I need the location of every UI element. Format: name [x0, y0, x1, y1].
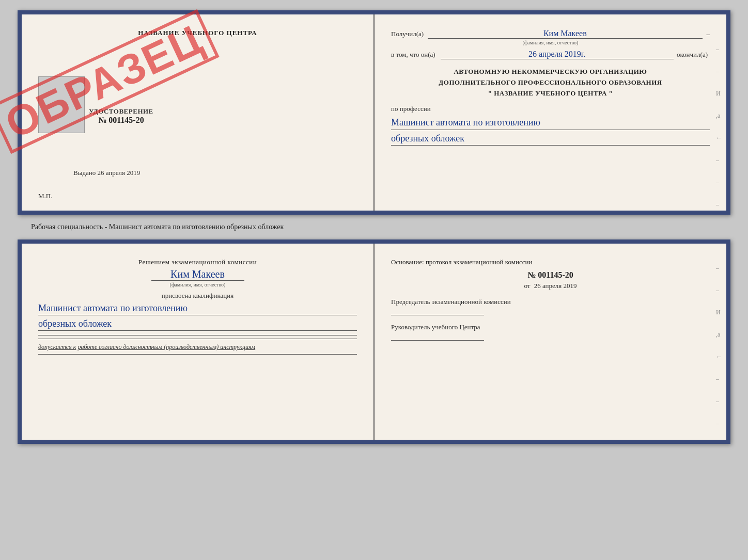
ot-label: от: [524, 282, 530, 290]
protocol-date: от 26 апреля 2019: [391, 282, 710, 290]
side-dash-2: –: [716, 68, 722, 75]
predsedatel-label: Председатель экзаменационной комиссии: [391, 297, 710, 307]
dopuskaetsya-line: допускается к работе согласно должностны…: [38, 343, 357, 351]
side-lines-bottom: – – И ,а ← – – –: [716, 264, 722, 427]
profession-line1: Машинист автомата по изготовлению: [391, 116, 710, 130]
extra-line-2: [38, 339, 357, 339]
profession-line2: обрезных обложек: [391, 132, 710, 146]
rukovoditel-label: Руководитель учебного Центра: [391, 323, 710, 332]
dopuskaetsya-label: допускается к: [38, 343, 76, 350]
side-dash-И: И: [716, 90, 722, 98]
bside-dash-arrow: ←: [716, 353, 722, 361]
extra-line-3: [38, 354, 357, 355]
org-block: АВТОНОМНУЮ НЕКОММЕРЧЕСКУЮ ОРГАНИЗАЦИЮ ДО…: [391, 67, 710, 99]
side-dash-5: –: [716, 201, 722, 209]
date-value: 26 апреля 2019г.: [441, 50, 674, 59]
org-line3: " НАЗВАНИЕ УЧЕБНОГО ЦЕНТРА ": [391, 88, 710, 99]
org-line1: АВТОНОМНУЮ НЕКОММЕРЧЕСКУЮ ОРГАНИЗАЦИЮ: [391, 67, 710, 77]
qual-line1: Машинист автомата по изготовлению: [38, 302, 357, 315]
okonchil-label: окончил(а): [677, 51, 708, 59]
qual-line2: обрезных обложек: [38, 317, 357, 331]
mp-label: М.П.: [38, 192, 52, 200]
poluchil-line: Получил(а) Ким Макеев –: [391, 29, 710, 39]
predsedatel-block: Председатель экзаменационной комиссии: [391, 297, 710, 315]
protocol-number: № 001145-20: [391, 270, 710, 280]
vydano-line: Выдано 26 апреля 2019: [73, 169, 140, 177]
predsedatel-sig-line: [391, 315, 484, 315]
v-tom-line: в том, что он(а) 26 апреля 2019г. окончи…: [391, 50, 710, 59]
resolution-title: Решением экзаменационной комиссии: [38, 258, 357, 266]
doc-bottom-left: Решением экзаменационной комиссии Ким Ма…: [22, 244, 375, 440]
side-dash-1: –: [716, 45, 722, 53]
v-tom-label: в том, что он(а): [391, 51, 435, 59]
rukovoditel-block: Руководитель учебного Центра: [391, 323, 710, 341]
bottom-name-line: Ким Макеев: [38, 268, 357, 281]
side-dash-3: –: [716, 156, 722, 164]
doc-top-left: НАЗВАНИЕ УЧЕБНОГО ЦЕНТРА ОБРАЗЕЦ УДОСТОВ…: [22, 14, 375, 211]
doc-top-right: Получил(а) Ким Макеев – (фамилия, имя, о…: [375, 14, 726, 211]
protocol-date-value: 26 апреля 2019: [534, 282, 577, 290]
bottom-name: Ким Макеев: [151, 268, 244, 281]
rukovoditel-sig-line: [391, 340, 484, 341]
obrazec-text: ОБРАЗЕЦ: [0, 9, 220, 154]
bside-dash-3: –: [716, 375, 722, 383]
po-professii-label: по профессии: [391, 105, 710, 113]
dopuskaetsya-value: работе согласно должностным (производств…: [77, 343, 255, 350]
side-dash-4: –: [716, 179, 722, 186]
poluchil-label: Получил(а): [391, 30, 424, 38]
caption-line: Рабочая специальность - Машинист автомат…: [10, 223, 284, 231]
prisvoena-label: присвоена квалификация: [38, 292, 357, 300]
bside-dash-5: –: [716, 420, 722, 427]
bside-dash-a: ,а: [716, 331, 722, 339]
side-lines-top: – – И ,а ← – – –: [716, 45, 722, 209]
bside-dash-И: И: [716, 309, 722, 316]
fio-subtitle-top: (фамилия, имя, отчество): [391, 40, 710, 45]
side-dash-arrow: ←: [716, 134, 722, 142]
document-top: НАЗВАНИЕ УЧЕБНОГО ЦЕНТРА ОБРАЗЕЦ УДОСТОВ…: [18, 10, 730, 215]
bside-dash-1: –: [716, 264, 722, 272]
dash1: –: [707, 30, 710, 38]
doc-bottom-right: Основание: протокол экзаменационной коми…: [375, 244, 726, 440]
extra-line-1: [38, 335, 357, 335]
org-line2: ДОПОЛНИТЕЛЬНОГО ПРОФЕССИОНАЛЬНОГО ОБРАЗО…: [391, 77, 710, 88]
poluchil-name: Ким Макеев: [428, 29, 702, 39]
bside-dash-2: –: [716, 286, 722, 294]
fio-subtitle-bottom: (фамилия, имя, отчество): [38, 282, 357, 287]
side-dash-a: ,а: [716, 112, 722, 120]
document-bottom: Решением экзаменационной комиссии Ким Ма…: [18, 239, 730, 444]
osnovanie-label: Основание: протокол экзаменационной коми…: [391, 258, 710, 266]
bside-dash-4: –: [716, 397, 722, 405]
obrazec-stamp: ОБРАЗЕЦ: [32, 30, 177, 133]
